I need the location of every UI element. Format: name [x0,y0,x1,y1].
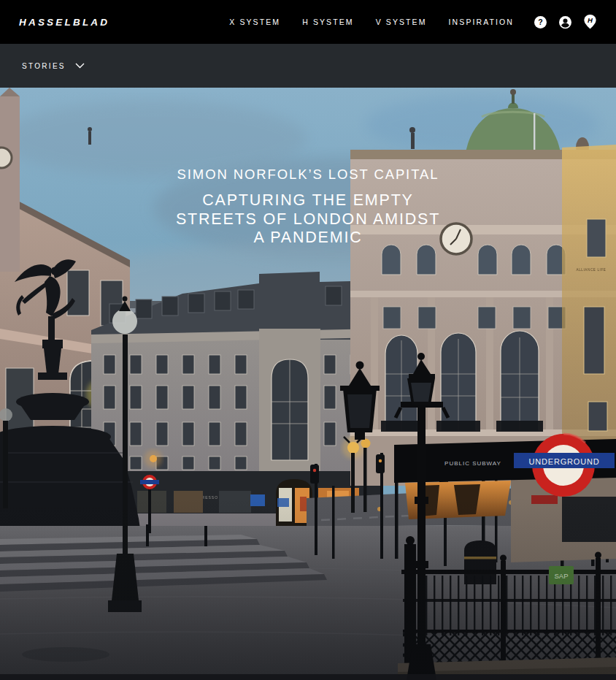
stories-dropdown[interactable]: STORIES [22,62,85,70]
svg-text:H: H [588,16,593,24]
svg-text:PUBLIC SUBWAY: PUBLIC SUBWAY [444,460,501,467]
nav-inspiration[interactable]: INSPIRATION [449,18,514,26]
nav-h-system[interactable]: H SYSTEM [302,18,353,26]
bottom-edge [0,674,616,680]
account-icon[interactable] [558,15,572,30]
vignette [0,497,616,680]
nav-v-system[interactable]: V SYSTEM [376,18,427,26]
main-nav: X SYSTEM H SYSTEM V SYSTEM INSPIRATION [229,18,514,26]
help-icon[interactable]: ? [534,15,547,30]
store-locator-pin-icon[interactable]: H [583,15,597,30]
hero-photo-london-piccadilly: NESPRESSO NESPRESSO [0,88,616,680]
nav-x-system[interactable]: X SYSTEM [229,18,280,26]
chevron-down-icon [75,63,85,69]
stories-label: STORIES [22,62,66,70]
hasselblad-logo[interactable]: HASSELBLAD [19,17,109,28]
svg-text:UNDERGROUND: UNDERGROUND [529,457,600,466]
hero-story-banner[interactable]: NESPRESSO NESPRESSO [0,88,616,680]
header-icons: ? H [534,15,597,30]
top-header: HASSELBLAD X SYSTEM H SYSTEM V SYSTEM IN… [0,0,616,44]
svg-text:ALLIANCE LIFE: ALLIANCE LIFE [577,268,607,272]
stories-bar: STORIES [0,44,616,88]
